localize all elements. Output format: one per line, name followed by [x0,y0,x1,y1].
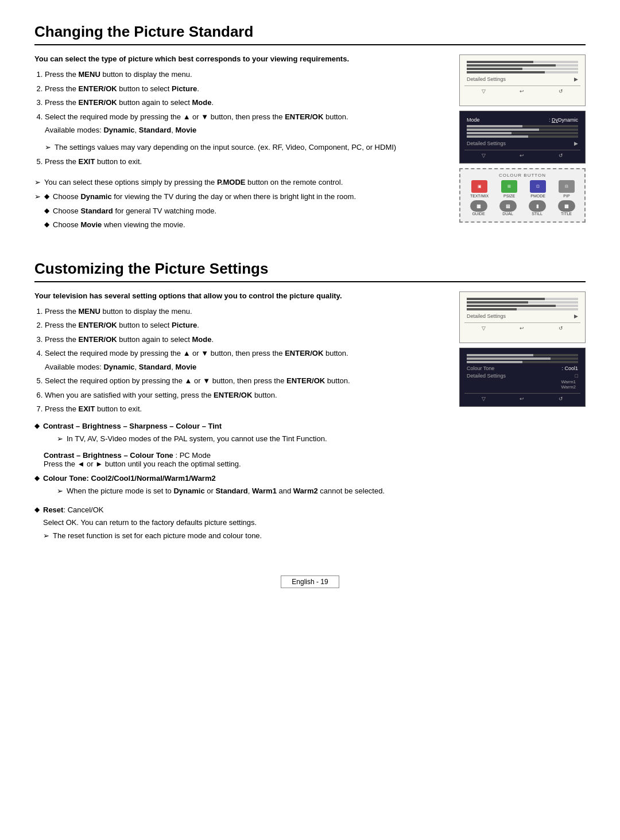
footer-page-label: English - 19 [281,575,339,588]
section1-images: Detailed Settings ▶ ▽ ↩ ↺ Mode : DyDynam… [459,55,586,237]
remote-control-mockup: COLOUR BUTTON ▣ TEXT/MIX ⊞ PSIZE [459,168,586,223]
step-2-3: Press the ENTER/OK button again to selec… [45,334,448,345]
remote-btn-still: ▮ STILL [529,200,546,216]
step-2-4: Select the required mode by pressing the… [45,348,448,372]
step-1-1: Press the MENU button to display the men… [45,69,448,80]
section1-steps: Press the MENU button to display the men… [34,69,448,168]
section-customizing-picture: Customizing the Picture Settings Your te… [34,260,586,547]
remote-btn-title: ▩ TITLE [558,200,575,216]
mode-label-2: Mode [467,117,480,123]
colour-tone-label: Colour Tone [467,365,494,371]
section2-intro: Your television has several setting opti… [34,291,448,300]
detailed-settings-label-1: Detailed Settings [467,76,506,82]
tv-footer-4: ▽ ↩ ↺ [464,393,580,402]
step-2-7: Press the EXIT button to exit. [45,403,448,415]
tv-screen-2: Mode : DyDynamic Detailed Settings ▶ ▽ ↩… [459,111,586,164]
section2-bullets: ◆ Contrast – Brightness – Sharpness – Co… [34,421,448,545]
remote-btn-pmode: ⊡ PMODE [530,180,546,198]
section1-text: You can select the type of picture which… [34,55,448,237]
section-changing-picture: Changing the Picture Standard You can se… [34,23,586,237]
section1-content: You can select the type of picture which… [34,55,586,237]
section1-notes-bottom: ➢ You can select these options simply by… [34,177,448,234]
detailed-settings-label-2: Detailed Settings [467,141,506,146]
remote-btn-pip: ⊟ PIP [559,180,575,198]
footer-text: English - 19 [292,578,328,586]
tv-screen-4: Colour Tone : Cool1 Detailed Settings □ … [459,348,586,407]
remote-btn-guide: ▦ GUIDE [470,200,487,216]
warm1-option: Warm1 [464,379,576,384]
mode-value-2: : DyDynamic [549,117,578,123]
remote-btn-dual: ▤ DUAL [499,200,517,216]
step-1-2: Press the ENTER/OK button to select Pict… [45,83,448,95]
tv-screen-3: Detailed Settings ▶ ▽ ↩ ↺ [459,291,586,343]
remote-btn-row-top: ▣ TEXT/MIX ⊞ PSIZE ⊡ PMODE [464,180,581,198]
remote-btn-psize: ⊞ PSIZE [501,180,517,198]
step-2-5: Select the required option by pressing t… [45,375,448,387]
detailed-settings-label-3: Detailed Settings [467,313,506,319]
section1-note1: ➢ The settings values may vary depending… [45,142,448,153]
step-2-6: When you are satisfied with your setting… [45,390,448,401]
section1-intro: You can select the type of picture which… [34,55,448,63]
step-1-4: Select the required mode by pressing the… [45,111,448,153]
detailed-settings-label-4: Detailed Settings [467,373,506,379]
remote-btn-row-bot: ▦ GUIDE ▤ DUAL ▮ STILL ▩ TITLE [464,200,581,216]
tv-screen-1: Detailed Settings ▶ ▽ ↩ ↺ [459,55,586,106]
section1-title: Changing the Picture Standard [34,23,586,45]
step-1-3: Press the ENTER/OK button again to selec… [45,97,448,108]
section2-text: Your television has several setting opti… [34,291,448,547]
step-1-5: Press the EXIT button to exit. [45,156,448,168]
remote-btn-textmix: ▣ TEXT/MIX [470,180,489,198]
tv-footer-1: ▽ ↩ ↺ [464,85,580,94]
section2-content: Your television has several setting opti… [34,291,586,547]
remote-top-label: COLOUR BUTTON [464,173,581,178]
step-2-1: Press the MENU button to display the men… [45,306,448,317]
warm2-option: Warm2 [464,384,576,390]
colour-tone-value: : Cool1 [561,365,578,371]
tv-footer-2: ▽ ↩ ↺ [464,150,580,158]
section2-images: Detailed Settings ▶ ▽ ↩ ↺ Colour Tone : … [459,291,586,547]
section2-steps: Press the MENU button to display the men… [34,306,448,415]
step-2-2: Press the ENTER/OK button to select Pict… [45,320,448,331]
tv-footer-3: ▽ ↩ ↺ [464,322,580,331]
page-footer: English - 19 [34,570,586,588]
section2-title: Customizing the Picture Settings [34,260,586,282]
